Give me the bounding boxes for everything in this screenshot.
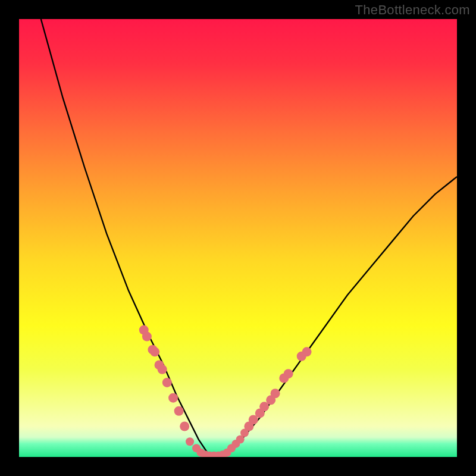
data-dot [180,421,189,431]
plot-area [19,19,457,457]
data-dot [168,393,178,403]
data-dot [158,365,167,374]
data-dot [284,369,293,378]
bottleneck-chart [19,19,457,457]
data-dot [302,347,312,356]
data-dot [162,378,172,387]
data-dot [271,389,280,398]
chart-background [19,19,457,457]
watermark-text: TheBottleneck.com [355,2,470,18]
outer-frame: TheBottleneck.com [0,0,476,476]
data-dot [174,406,184,416]
data-dot [240,429,249,437]
data-dot [142,332,152,342]
data-dot [150,347,159,356]
data-dot [186,437,194,446]
